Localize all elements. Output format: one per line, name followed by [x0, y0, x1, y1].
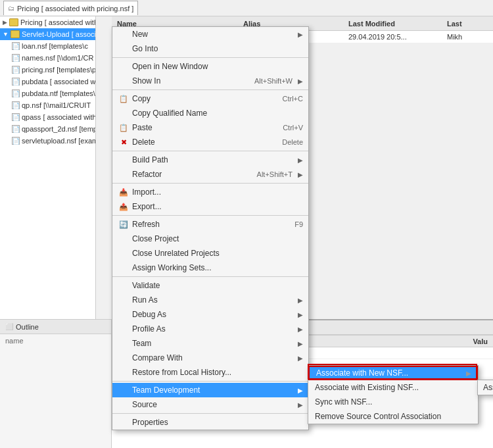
arrow-icon: ▶ [298, 326, 303, 333]
menu-item-properties[interactable]: Properties [112, 415, 308, 430]
menu-item-import[interactable]: 📥 Import... [112, 185, 308, 199]
menu-item-copyqualified[interactable]: Copy Qualified Name [112, 106, 308, 120]
shortcut-label: Ctrl+V [283, 124, 303, 132]
arrow-icon: ▶ [298, 78, 303, 85]
outline-name: name [0, 334, 111, 347]
menu-label: New [132, 30, 148, 39]
menu-label: Delete [132, 137, 155, 147]
arrow-icon: ▶ [298, 297, 303, 304]
menu-item-comparewith[interactable]: Compare With ▶ [112, 351, 308, 365]
tree-item-names[interactable]: 📄 names.nsf [\\dom1/CR [0, 52, 111, 64]
export-icon: 📤 [118, 201, 129, 212]
tree-item-qpassport[interactable]: 📄 qpassport_2d.nsf [temp [0, 123, 111, 135]
menu-label: Refresh [132, 220, 160, 229]
menu-item-restorefromlocal[interactable]: Restore from Local History... [112, 365, 308, 380]
menu-item-delete[interactable]: ✖ Delete Delete [112, 135, 308, 149]
tree-item-label: servletupload.nsf [exam [22, 137, 98, 145]
menu-label: Close Unrelated Projects [132, 249, 220, 258]
outline-title: Outline [16, 323, 39, 331]
menu-label: Show In [132, 76, 160, 86]
menu-item-debugas[interactable]: Debug As ▶ [112, 307, 308, 322]
arrow-icon: ▶ [298, 171, 303, 178]
menu-item-runas[interactable]: Run As ▶ [112, 293, 308, 307]
menu-item-assignworkingsets[interactable]: Assign Working Sets... [112, 261, 308, 275]
menu-item-paste[interactable]: 📋 Paste Ctrl+V [112, 120, 308, 135]
delete-icon: ✖ [118, 136, 129, 148]
menu-label: Copy [132, 94, 151, 103]
submenu-item-associate-new[interactable]: Associate with New NSF... ▶ [308, 366, 478, 380]
tree-item-pricing[interactable]: ▶ Pricing [ associated with pricing.nsf … [0, 16, 111, 28]
tree-item-servletupload[interactable]: 📄 servletupload.nsf [exam [0, 135, 111, 147]
menu-sep [112, 57, 308, 58]
shortcut-label: Delete [282, 138, 303, 146]
menu-item-source[interactable]: Source ▶ [112, 397, 308, 412]
scrollbar[interactable] [95, 16, 112, 319]
pricing-tab[interactable]: 🗂 Pricing [ associated with pricing.nsf … [3, 1, 138, 15]
tree-item-label: qpassport_2d.nsf [temp [22, 125, 97, 133]
arrow-icon: ▶ [298, 311, 303, 318]
menu-label: Properties [132, 418, 168, 427]
submenu-item-remove[interactable]: Remove Source Control Association [308, 409, 478, 424]
menu-item-new[interactable]: New ▶ [112, 27, 308, 41]
menu-label: Refactor [132, 170, 162, 179]
tree-item-qp[interactable]: 📄 qp.nsf [\\mail1/CRUIT [0, 99, 111, 111]
menu-label: Team [132, 339, 151, 348]
arrow-icon: ▶ [298, 387, 303, 394]
tree-item-label: qpass [ associated with [22, 113, 97, 121]
menu-sep [112, 276, 308, 277]
associate-submenu: Associate with & [477, 380, 493, 395]
tree-item-label: Servlet-Upload [ associ... [22, 30, 102, 38]
arrow-icon: ▶ [298, 157, 303, 164]
tree-item-servlet[interactable]: ▼ Servlet-Upload [ associ... [0, 28, 111, 40]
menu-item-buildpath[interactable]: Build Path ▶ [112, 153, 308, 167]
menu-label: Debug As [132, 310, 166, 319]
menu-item-export[interactable]: 📤 Export... [112, 199, 308, 214]
top-bar: 🗂 Pricing [ associated with pricing.nsf … [0, 0, 493, 16]
menu-item-openwindow[interactable]: Open in New Window [112, 59, 308, 74]
shortcut-label: Alt+Shift+T [257, 170, 293, 178]
menu-item-copy[interactable]: 📋 Copy Ctrl+C [112, 91, 308, 106]
menu-item-teamdevelopment[interactable]: Team Development ▶ [112, 383, 308, 397]
tree-item-pubdata[interactable]: 📄 pubdata [ associated wi [0, 76, 111, 87]
menu-item-closeproject[interactable]: Close Project [112, 232, 308, 246]
arrow-icon: ▶ [298, 340, 303, 347]
import-icon: 📥 [118, 186, 129, 198]
submenu-label: Remove Source Control Association [315, 412, 441, 421]
col-lastmod: Last Modified [348, 20, 395, 28]
submenu-item-associate-existing[interactable]: Associate with Existing NSF... [308, 380, 478, 395]
data-date: 29.04.2019 20:5... [348, 33, 407, 41]
menu-item-validate[interactable]: Validate [112, 278, 308, 293]
menu-label: Validate [132, 281, 160, 290]
menu-item-gointo[interactable]: Go Into [112, 41, 308, 56]
outline-header: ⬜ Outline [0, 320, 111, 334]
submenu-item-sync[interactable]: Sync with NSF... [308, 395, 478, 409]
data-user: Mikh [447, 33, 462, 41]
submenu2-item-associate[interactable]: Associate with & [478, 380, 493, 395]
menu-item-team[interactable]: Team ▶ [112, 336, 308, 351]
menu-item-showin[interactable]: Show In Alt+Shift+W ▶ [112, 74, 308, 88]
tree-item-qpass[interactable]: 📄 qpass [ associated with [0, 111, 111, 123]
tree-item-loan[interactable]: 📄 loan.nsf [templates\c [0, 40, 111, 52]
menu-item-refresh[interactable]: 🔄 Refresh F9 [112, 217, 308, 232]
menu-item-profileas[interactable]: Profile As ▶ [112, 322, 308, 336]
menu-sep [112, 183, 308, 184]
tree-item-label: loan.nsf [templates\c [22, 42, 88, 50]
menu-label: Export... [132, 202, 162, 211]
menu-sep [112, 413, 308, 414]
menu-item-refactor[interactable]: Refactor Alt+Shift+T ▶ [112, 167, 308, 182]
menu-sep [112, 215, 308, 216]
team-development-submenu: Associate with New NSF... ▶ Associate wi… [308, 365, 479, 424]
tree-item-label: pubdata [ associated wi [22, 78, 97, 86]
menu-sep [112, 151, 308, 151]
menu-label: Import... [132, 187, 161, 197]
menu-item-closeunrelated[interactable]: Close Unrelated Projects [112, 246, 308, 261]
submenu2-label: Associate with & [483, 383, 493, 392]
submenu-label: Associate with Existing NSF... [315, 383, 419, 392]
tree-item-pricing-nsf[interactable]: 📄 pricing.nsf [templates\p [0, 64, 111, 76]
tree-item-pubdata-ntf[interactable]: 📄 pubdata.ntf [templates\ [0, 87, 111, 99]
arrow-icon: ▶ [298, 31, 303, 38]
paste-icon: 📋 [118, 122, 129, 134]
menu-label: Profile As [132, 324, 166, 334]
copy-icon: 📋 [118, 93, 129, 105]
outline-panel: ⬜ Outline name [0, 319, 112, 448]
